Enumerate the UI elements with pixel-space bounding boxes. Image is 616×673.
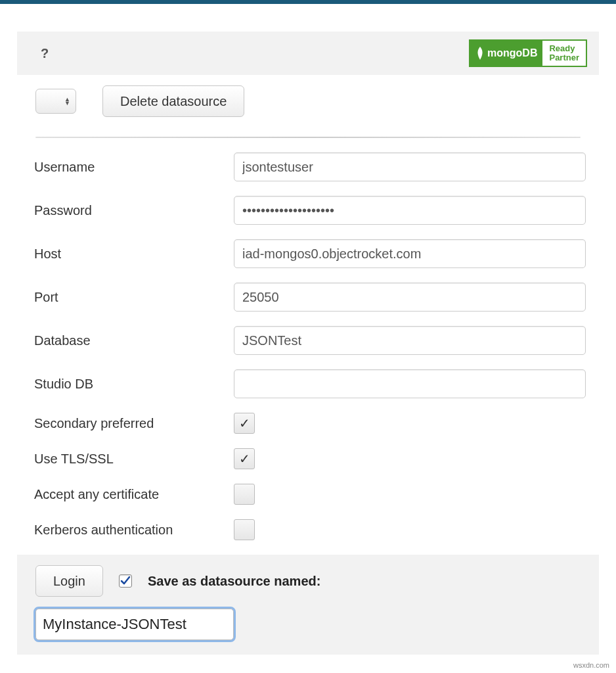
label-username: Username [30, 160, 234, 175]
label-secondary: Secondary preferred [30, 416, 234, 431]
port-input[interactable] [234, 283, 586, 312]
badge-line1: Ready [549, 44, 579, 53]
row-password: Password [30, 196, 586, 225]
row-kerberos: Kerberos authentication ✓ [30, 519, 586, 540]
badge-brand: mongoDB [470, 41, 542, 66]
divider [35, 137, 581, 138]
tls-checkbox[interactable]: ✓ [234, 448, 255, 469]
row-database: Database [30, 326, 586, 355]
check-icon: ✓ [239, 415, 250, 431]
row-tls: Use TLS/SSL ✓ [30, 448, 586, 469]
mongodb-partner-badge: mongoDB Ready Partner [469, 39, 587, 67]
label-kerberos: Kerberos authentication [30, 522, 234, 538]
row-username: Username [30, 152, 586, 181]
login-button[interactable]: Login [35, 565, 103, 597]
connection-form: Username Password Host Port Database Stu… [30, 152, 586, 540]
footer-top: Login Save as datasource named: [35, 565, 581, 597]
row-port: Port [30, 283, 586, 312]
username-input[interactable] [234, 152, 586, 181]
label-tls: Use TLS/SSL [30, 452, 234, 467]
label-studiodb: Studio DB [30, 377, 234, 392]
top-strip [0, 0, 616, 4]
host-input[interactable] [234, 239, 586, 268]
save-as-label: Save as datasource named: [148, 574, 320, 589]
label-port: Port [30, 290, 234, 305]
footer-panel: Login Save as datasource named: [17, 555, 599, 655]
row-secondary: Secondary preferred ✓ [30, 413, 586, 434]
studiodb-input[interactable] [234, 369, 586, 398]
datasource-name-input[interactable] [35, 609, 234, 640]
label-password: Password [30, 203, 234, 218]
save-as-checkbox[interactable] [119, 574, 132, 588]
row-studiodb: Studio DB [30, 369, 586, 398]
check-icon: ✓ [239, 451, 250, 467]
row-host: Host [30, 239, 586, 268]
help-icon[interactable]: ? [41, 46, 49, 61]
badge-brand-text: mongoDB [487, 47, 537, 59]
badge-line2: Partner [549, 53, 579, 62]
password-input[interactable] [234, 196, 586, 225]
label-host: Host [30, 246, 234, 262]
row-anycert: Accept any certificate ✓ [30, 484, 586, 505]
anycert-checkbox[interactable]: ✓ [234, 484, 255, 505]
database-input[interactable] [234, 326, 586, 355]
kerberos-checkbox[interactable]: ✓ [234, 519, 255, 540]
label-anycert: Accept any certificate [30, 487, 234, 502]
leaf-icon [475, 46, 485, 60]
label-database: Database [30, 333, 234, 348]
badge-status: Ready Partner [542, 41, 586, 66]
check-icon [120, 576, 131, 586]
stepper-icon: ▲▼ [64, 97, 70, 105]
header-bar: ? mongoDB Ready Partner [17, 32, 599, 75]
toolbar: ▲▼ Delete datasource [35, 85, 581, 117]
datasource-dropdown[interactable]: ▲▼ [35, 89, 76, 114]
secondary-checkbox[interactable]: ✓ [234, 413, 255, 434]
delete-datasource-button[interactable]: Delete datasource [102, 85, 244, 117]
